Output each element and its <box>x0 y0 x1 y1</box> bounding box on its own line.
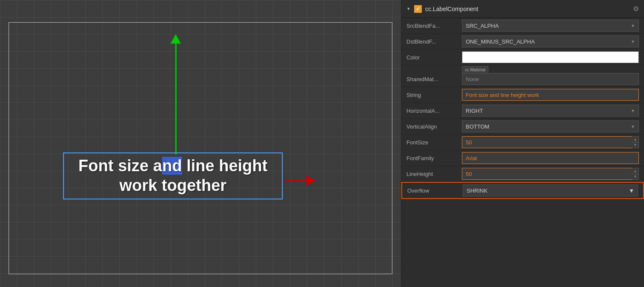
fontfamily-input[interactable]: Arial <box>462 152 639 164</box>
prop-value-lineheight: 50 ▲ ▼ <box>462 168 639 180</box>
prop-label-overflow: Overflow <box>407 187 463 194</box>
prop-row-overflow: Overflow SHRINK ▼ <box>401 182 644 199</box>
text-highlight: nd <box>162 157 182 175</box>
prop-row-verticalalign: VerticalAlign BOTTOM ▼ <box>401 119 644 135</box>
prop-row-fontsize: FontSize 50 ▲ ▼ <box>401 135 644 150</box>
prop-value-string: Font size and line height work <box>462 89 639 101</box>
prop-value-color <box>462 51 639 63</box>
string-input[interactable]: Font size and line height work <box>462 89 639 101</box>
component-header: ▼ ✓ cc.LabelComponent ⚙ <box>401 0 644 18</box>
material-container: cc.Material None <box>462 73 639 85</box>
prop-row-horizontalalign: HorizontalA... RIGHT ▼ <box>401 103 644 119</box>
fontsize-input[interactable]: 50 <box>462 136 632 148</box>
verticalalign-select[interactable]: BOTTOM ▼ <box>462 120 639 132</box>
chevron-down-icon: ▼ <box>631 124 635 129</box>
text-part2: line height <box>182 157 268 175</box>
fontsize-increment[interactable]: ▲ <box>632 137 638 143</box>
component-title: cc.LabelComponent <box>425 6 629 12</box>
prop-label-string: String <box>406 92 462 98</box>
prop-label-fontsize: FontSize <box>406 139 462 146</box>
canvas-area: Font size and line height work together <box>0 0 401 287</box>
material-field[interactable]: None <box>462 73 639 85</box>
x-axis <box>285 176 316 186</box>
x-axis-line <box>285 180 306 182</box>
dstblendfactor-select[interactable]: ONE_MINUS_SRC_ALPHA ▼ <box>462 35 639 47</box>
component-checkbox[interactable]: ✓ <box>414 5 422 13</box>
prop-value-dstblendfactor: ONE_MINUS_SRC_ALPHA ▼ <box>462 35 639 47</box>
text-part1: Font size a <box>78 157 162 175</box>
gear-icon[interactable]: ⚙ <box>633 5 639 13</box>
prop-value-fontsize: 50 ▲ ▼ <box>462 136 639 148</box>
chevron-down-icon: ▼ <box>631 108 635 113</box>
canvas-boundary <box>9 22 392 274</box>
label-line2: work together <box>78 176 267 196</box>
prop-label-horizontalalign: HorizontalA... <box>406 108 462 114</box>
chevron-down-icon: ▼ <box>631 39 635 44</box>
prop-row-lineheight: LineHeight 50 ▲ ▼ <box>401 166 644 182</box>
prop-row-sharedmaterial: SharedMat... cc.Material None <box>401 65 644 87</box>
prop-value-sharedmaterial: cc.Material None <box>462 73 639 85</box>
prop-label-srcblendfactor: SrcBlendFa... <box>406 23 462 29</box>
prop-row-srcblendfactor: SrcBlendFa... SRC_ALPHA ▼ <box>401 18 644 34</box>
fontsize-decrement[interactable]: ▼ <box>632 143 638 148</box>
lineheight-spinners: ▲ ▼ <box>632 168 639 180</box>
prop-value-horizontalalign: RIGHT ▼ <box>462 105 639 117</box>
chevron-down-icon: ▼ <box>631 23 635 28</box>
prop-row-string: String Font size and line height work <box>401 87 644 103</box>
prop-row-color: Color <box>401 50 644 65</box>
prop-label-verticalalign: VerticalAlign <box>406 123 462 130</box>
lineheight-input[interactable]: 50 <box>462 168 632 180</box>
prop-label-color: Color <box>406 54 462 61</box>
properties-panel: ▼ ✓ cc.LabelComponent ⚙ SrcBlendFa... SR… <box>401 0 644 287</box>
label-box: Font size and line height work together <box>63 152 283 199</box>
material-tab: cc.Material <box>462 66 488 73</box>
prop-value-srcblendfactor: SRC_ALPHA ▼ <box>462 20 639 32</box>
prop-label-sharedmaterial: SharedMat... <box>406 76 462 82</box>
prop-value-fontfamily: Arial <box>462 152 639 164</box>
srcblendfactor-select[interactable]: SRC_ALPHA ▼ <box>462 20 639 32</box>
canvas-label-text: Font size and line height work together <box>78 156 267 195</box>
y-axis-line <box>175 44 177 155</box>
overflow-select[interactable]: SHRINK ▼ <box>463 184 638 196</box>
prop-label-fontfamily: FontFamily <box>406 155 462 161</box>
arrow-right-icon <box>306 176 316 186</box>
collapse-icon[interactable]: ▼ <box>406 6 411 11</box>
prop-label-lineheight: LineHeight <box>406 171 462 177</box>
fontsize-spinners: ▲ ▼ <box>632 136 639 148</box>
fontsize-input-container: 50 ▲ ▼ <box>462 136 639 148</box>
y-axis <box>171 34 181 155</box>
prop-row-fontfamily: FontFamily Arial <box>401 150 644 166</box>
lineheight-input-container: 50 ▲ ▼ <box>462 168 639 180</box>
color-picker[interactable] <box>462 51 639 63</box>
prop-label-dstblendfactor: DstBlendF... <box>406 38 462 45</box>
horizontalalign-select[interactable]: RIGHT ▼ <box>462 105 639 117</box>
prop-row-dstblendfactor: DstBlendF... ONE_MINUS_SRC_ALPHA ▼ <box>401 34 644 50</box>
lineheight-increment[interactable]: ▲ <box>632 168 638 174</box>
prop-value-overflow: SHRINK ▼ <box>463 184 638 196</box>
lineheight-decrement[interactable]: ▼ <box>632 174 638 180</box>
arrow-up-icon <box>171 34 181 44</box>
prop-value-verticalalign: BOTTOM ▼ <box>462 120 639 132</box>
chevron-down-icon: ▼ <box>629 187 634 194</box>
